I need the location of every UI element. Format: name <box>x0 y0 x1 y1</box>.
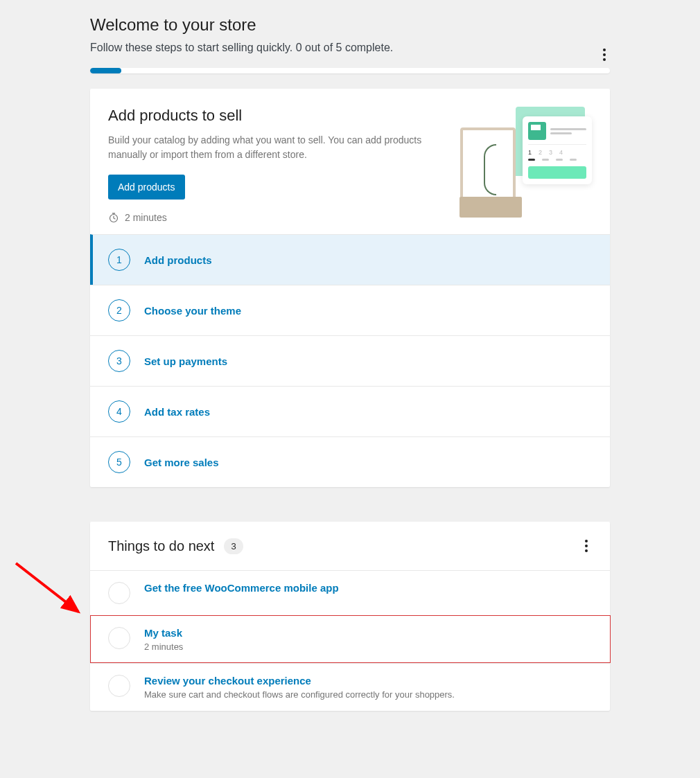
todo-count-badge: 3 <box>224 538 243 554</box>
progress-bar <box>90 68 610 73</box>
todo-item-title: Get the free WooCommerce mobile app <box>144 582 339 594</box>
todo-card: Things to do next 3 Get the free WooComm… <box>90 522 610 711</box>
stopwatch-icon <box>108 212 119 223</box>
time-estimate: 2 minutes <box>125 212 167 223</box>
todo-options-menu-button[interactable] <box>581 536 592 556</box>
step-item[interactable]: 4Add tax rates <box>90 386 610 436</box>
step-number: 3 <box>108 350 130 372</box>
step-item[interactable]: 1Add products <box>90 234 610 285</box>
step-label: Add tax rates <box>144 406 210 418</box>
page-subtitle: Follow these steps to start selling quic… <box>90 42 393 54</box>
step-label: Set up payments <box>144 355 227 367</box>
setup-card: Add products to sell Build your catalog … <box>90 89 610 487</box>
todo-check-icon[interactable] <box>108 675 130 697</box>
todo-item-title: Review your checkout experience <box>144 675 455 687</box>
svg-line-1 <box>16 563 78 612</box>
hero-description: Build your catalog by adding what you wa… <box>108 133 446 162</box>
options-menu-button[interactable] <box>599 44 610 65</box>
step-number: 1 <box>108 249 130 271</box>
progress-fill <box>90 68 121 73</box>
todo-check-icon[interactable] <box>108 582 130 604</box>
step-number: 5 <box>108 451 130 473</box>
step-number: 2 <box>108 299 130 321</box>
todo-title: Things to do next <box>108 538 214 554</box>
step-label: Get more sales <box>144 457 219 468</box>
step-number: 4 <box>108 400 130 423</box>
todo-item[interactable]: Review your checkout experienceMake sure… <box>90 663 610 711</box>
page-title: Welcome to your store <box>90 15 256 35</box>
kebab-icon <box>603 48 606 51</box>
step-item[interactable]: 3Set up payments <box>90 335 610 386</box>
todo-check-icon[interactable] <box>108 627 130 649</box>
todo-item[interactable]: Get the free WooCommerce mobile app <box>90 570 610 615</box>
todo-item-subtitle: 2 minutes <box>144 642 183 652</box>
kebab-icon <box>585 540 588 542</box>
hero-title: Add products to sell <box>108 107 446 125</box>
hero-illustration: 1234 <box>460 107 592 218</box>
step-label: Add products <box>144 254 212 266</box>
todo-item-title: My task <box>144 627 183 639</box>
step-label: Choose your theme <box>144 305 241 317</box>
step-item[interactable]: 5Get more sales <box>90 436 610 487</box>
annotation-arrow-icon <box>12 560 89 629</box>
todo-item-subtitle: Make sure cart and checkout flows are co… <box>144 689 455 700</box>
add-products-button[interactable]: Add products <box>108 175 185 200</box>
step-item[interactable]: 2Choose your theme <box>90 285 610 335</box>
todo-item[interactable]: My task2 minutes <box>90 615 610 663</box>
